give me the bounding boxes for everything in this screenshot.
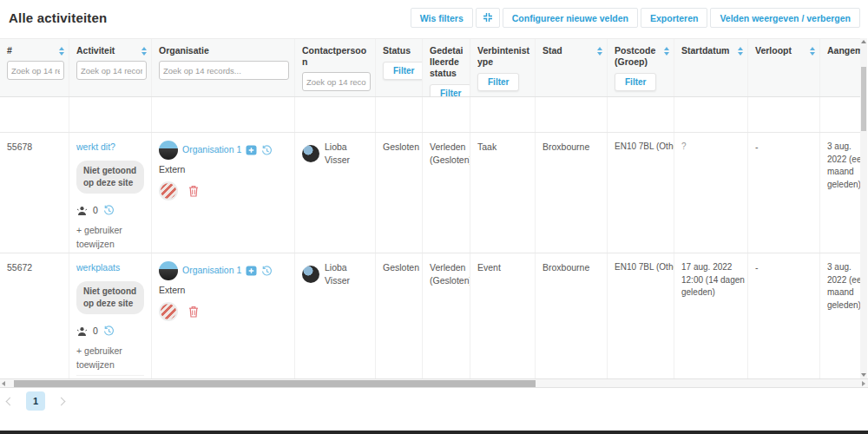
cell-id: 55678 — [0, 133, 69, 253]
column-header-id: # — [0, 39, 69, 96]
contact-name: Lioba Visser — [325, 261, 368, 287]
search-input-organisation[interactable] — [159, 61, 289, 80]
cell-postcode: EN10 7BL (Other) — [608, 253, 674, 378]
cell-start-date: 17 aug. 2022 12:00 (14 dagen geleden) — [674, 253, 748, 378]
sort-icon[interactable] — [738, 47, 743, 56]
cell-organisation: Organisation 1 Extern — [152, 133, 295, 253]
column-header-organisation: Organisatie — [152, 39, 295, 96]
column-header-postcode: Postcode (Groep) Filter — [608, 39, 674, 96]
bottom-bar — [0, 431, 868, 434]
compress-columns-button[interactable] — [476, 8, 500, 28]
cell-start-date: ? — [674, 133, 748, 253]
pagination: 1 — [7, 391, 64, 411]
compress-icon — [483, 12, 493, 24]
cell-city: Broxbourne — [536, 253, 608, 378]
not-shown-badge: Niet getoond op deze site — [76, 281, 144, 314]
previous-page-icon[interactable] — [6, 397, 15, 405]
sort-icon[interactable] — [664, 47, 669, 56]
scroll-up-icon[interactable] — [861, 40, 866, 43]
activity-link[interactable]: werkplaats — [76, 262, 120, 273]
contact-name: Lioba Visser — [325, 141, 368, 167]
page-number-button[interactable]: 1 — [26, 391, 45, 411]
chat-plus-icon[interactable] — [246, 145, 257, 156]
cell-activity: werkt dit? Niet getoond op deze site 0 +… — [69, 133, 152, 253]
search-input-id[interactable] — [7, 61, 64, 80]
organisation-link[interactable]: Organisation 1 — [182, 264, 241, 277]
member-avatar — [159, 302, 178, 321]
vertical-scrollbar[interactable] — [860, 38, 867, 378]
assign-user-action[interactable]: + gebruiker toewijzen — [76, 224, 144, 250]
organisation-type: Extern — [159, 163, 287, 176]
sort-icon[interactable] — [810, 47, 815, 56]
next-page-icon[interactable] — [57, 397, 66, 405]
cell-postcode: EN10 7BL (Other) — [608, 133, 674, 253]
column-header-start-date: Startdatum — [674, 39, 748, 96]
filter-button-postcode[interactable]: Filter — [615, 73, 656, 91]
history-icon[interactable] — [261, 266, 273, 277]
cell-expires: - — [748, 253, 820, 378]
assignee-count: 0 — [93, 325, 98, 338]
member-avatar — [159, 181, 178, 201]
cell-contact: Lioba Visser — [295, 253, 376, 378]
cell-detailed-status: Verleden (Gesloten) — [423, 133, 470, 253]
not-shown-badge: Niet getoond op deze site — [76, 161, 144, 194]
search-input-contact[interactable] — [302, 72, 371, 91]
sort-icon[interactable] — [59, 47, 64, 56]
organisation-link[interactable]: Organisation 1 — [182, 143, 241, 156]
page-title: Alle activiteiten — [9, 10, 107, 25]
history-icon[interactable] — [103, 205, 115, 216]
organisation-avatar — [159, 141, 178, 160]
sort-icon[interactable] — [597, 47, 602, 56]
search-input-activity[interactable] — [76, 61, 147, 80]
cell-expires: - — [748, 133, 820, 253]
filter-button-status[interactable]: Filter — [383, 62, 423, 80]
filter-button-engagement-type[interactable]: Filter — [477, 73, 519, 91]
activities-table: # Activiteit Organisatie Contactpersoon … — [0, 38, 860, 378]
assignee-count: 0 — [93, 204, 98, 217]
cell-activity: werkplaats Niet getoond op deze site 0 +… — [69, 253, 152, 378]
cell-status: Gesloten — [376, 133, 423, 253]
column-header-city: Stad — [536, 39, 608, 96]
cell-id: 55672 — [0, 253, 69, 378]
table-header-row: # Activiteit Organisatie Contactpersoon … — [0, 39, 860, 97]
clear-filters-button[interactable]: Wis filters — [411, 8, 473, 28]
sort-icon[interactable] — [141, 47, 147, 56]
scroll-down-icon[interactable] — [861, 373, 866, 377]
cell-created: 3 aug. 2022 (een maand geleden) — [820, 133, 860, 253]
assign-user-action[interactable]: + gebruiker toewijzen — [76, 345, 144, 371]
chat-plus-icon[interactable] — [246, 266, 257, 277]
history-icon[interactable] — [261, 145, 273, 156]
column-header-activity: Activiteit — [69, 39, 152, 96]
column-header-expires: Verloopt — [748, 39, 820, 96]
cell-city: Broxbourne — [536, 133, 608, 253]
filter-button-detailed-status[interactable]: Filter — [430, 84, 470, 96]
cell-created: 3 aug. 2022 (een maand geleden) — [820, 253, 860, 378]
assignees-icon — [76, 206, 88, 216]
export-button[interactable]: Exporteren — [641, 8, 707, 28]
configure-fields-button[interactable]: Configureer nieuwe velden — [503, 8, 638, 28]
trash-icon[interactable] — [188, 306, 199, 318]
organisation-avatar — [159, 261, 178, 280]
contact-avatar — [302, 266, 319, 283]
activity-link[interactable]: werkt dit? — [76, 141, 115, 152]
history-icon[interactable] — [103, 326, 115, 337]
column-header-status: Status Filter — [376, 39, 423, 96]
organisation-type: Extern — [159, 284, 287, 297]
cell-engagement-type: Event — [470, 253, 536, 378]
toolbar: Wis filters Configureer nieuwe velden Ex… — [411, 8, 860, 28]
cell-status: Gesloten — [376, 253, 423, 378]
cell-detailed-status: Verleden (Gesloten) — [423, 253, 470, 378]
scroll-left-icon[interactable] — [2, 381, 5, 386]
scroll-right-icon[interactable] — [862, 381, 865, 386]
cell-organisation: Organisation 1 Extern — [152, 253, 295, 378]
trash-icon[interactable] — [188, 185, 199, 197]
column-header-engagement-type: Verbintenistype Filter — [470, 39, 536, 96]
horizontal-scrollbar-thumb[interactable] — [14, 380, 536, 387]
column-header-contact: Contactpersoon — [295, 39, 376, 96]
cell-engagement-type: Taak — [470, 133, 536, 253]
assignees-icon — [76, 326, 88, 337]
horizontal-scrollbar[interactable] — [0, 378, 868, 388]
vertical-scrollbar-thumb[interactable] — [861, 67, 866, 131]
toggle-fields-button[interactable]: Velden weergeven / verbergen — [710, 8, 860, 28]
empty-row — [0, 97, 860, 133]
